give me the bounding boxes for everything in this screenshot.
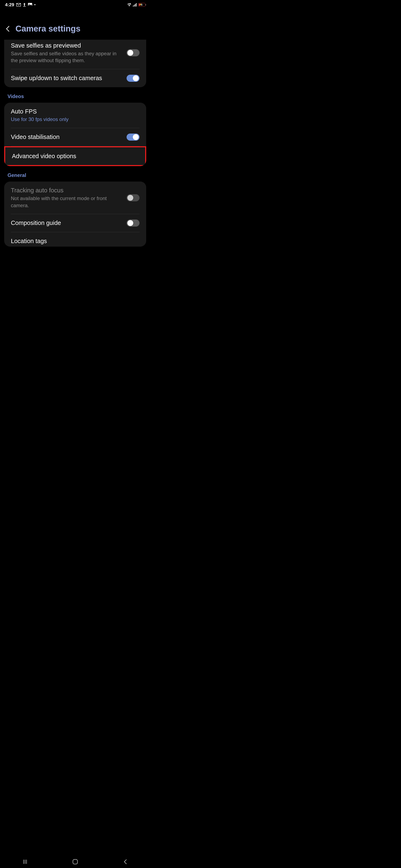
section-videos: Videos xyxy=(0,93,150,103)
page-header: Camera settings xyxy=(0,9,150,40)
status-left: 4:29 • xyxy=(5,2,35,7)
setting-auto-fps[interactable]: Auto FPS Use for 30 fps videos only xyxy=(4,103,146,128)
gallery-icon xyxy=(28,3,32,7)
section-general: General xyxy=(0,172,150,182)
auto-fps-subtitle: Use for 30 fps videos only xyxy=(11,116,140,123)
save-selfies-subtitle: Save selfies and selfie videos as they a… xyxy=(11,50,122,64)
card-selfies: Save selfies as previewed Save selfies a… xyxy=(4,40,146,87)
wifi-icon: 5 xyxy=(127,3,132,7)
setting-save-selfies[interactable]: Save selfies as previewed Save selfies a… xyxy=(4,40,146,69)
svg-point-2 xyxy=(29,4,30,5)
svg-rect-6 xyxy=(135,4,136,6)
battery-icon: ⚡ 5 xyxy=(138,3,145,7)
save-selfies-title: Save selfies as previewed xyxy=(11,42,122,50)
setting-location-tags[interactable]: Location tags xyxy=(4,232,146,247)
save-selfies-toggle[interactable] xyxy=(126,49,140,56)
status-time: 4:29 xyxy=(5,2,14,7)
upload-icon xyxy=(23,3,26,7)
svg-rect-7 xyxy=(136,3,137,6)
svg-text:5: 5 xyxy=(130,3,131,4)
svg-rect-4 xyxy=(133,6,134,6)
setting-advanced-video[interactable]: Advanced video options xyxy=(4,146,146,166)
advanced-video-title: Advanced video options xyxy=(12,152,139,160)
video-stabilisation-toggle[interactable] xyxy=(126,133,140,141)
back-button[interactable] xyxy=(5,26,10,32)
status-bar: 4:29 • 5 ⚡ 5 xyxy=(0,0,150,9)
setting-swipe-switch[interactable]: Swipe up/down to switch cameras xyxy=(4,69,146,87)
page-title: Camera settings xyxy=(16,24,80,33)
setting-tracking-autofocus: Tracking auto focus Not available with t… xyxy=(4,182,146,214)
tracking-autofocus-title: Tracking auto focus xyxy=(11,187,122,194)
tracking-autofocus-subtitle: Not available with the current mode or f… xyxy=(11,195,122,209)
composition-guide-toggle[interactable] xyxy=(126,219,140,226)
setting-video-stabilisation[interactable]: Video stabilisation xyxy=(4,128,146,146)
svg-rect-5 xyxy=(134,5,135,6)
auto-fps-title: Auto FPS xyxy=(11,108,140,116)
signal-icon xyxy=(133,3,137,6)
tracking-autofocus-toggle xyxy=(126,194,140,202)
status-right: 5 ⚡ 5 xyxy=(127,3,145,7)
video-stabilisation-title: Video stabilisation xyxy=(11,133,122,141)
dot-icon: • xyxy=(34,2,35,7)
card-videos: Auto FPS Use for 30 fps videos only Vide… xyxy=(4,103,146,166)
card-general: Tracking auto focus Not available with t… xyxy=(4,182,146,247)
swipe-switch-title: Swipe up/down to switch cameras xyxy=(11,74,122,82)
setting-composition-guide[interactable]: Composition guide xyxy=(4,214,146,232)
composition-guide-title: Composition guide xyxy=(11,219,122,227)
swipe-switch-toggle[interactable] xyxy=(126,75,140,82)
mail-icon xyxy=(16,3,21,6)
location-tags-title: Location tags xyxy=(11,237,140,245)
